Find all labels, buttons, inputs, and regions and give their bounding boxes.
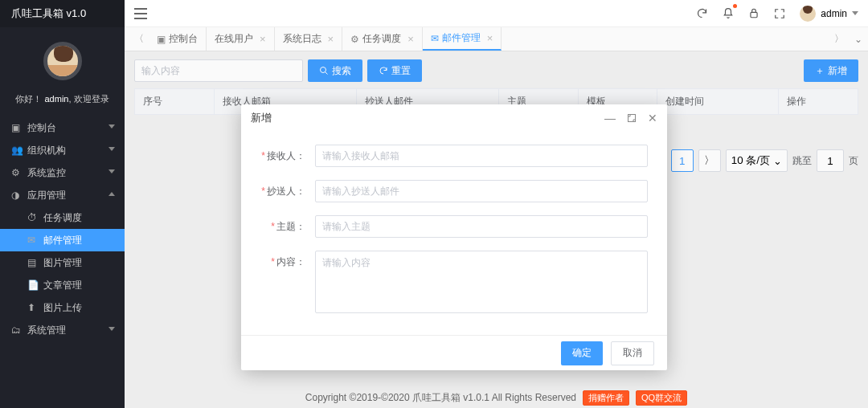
tab-1[interactable]: 在线用户×	[207, 27, 275, 51]
greet-tail: , 欢迎登录	[68, 94, 108, 104]
tab-label: 控制台	[169, 32, 198, 46]
sidebar-item-2[interactable]: ⚙系统监控	[0, 161, 125, 184]
menu-label: 图片管理	[43, 257, 82, 268]
field-input-0[interactable]	[315, 145, 648, 167]
tab-icon: ▣	[157, 34, 166, 45]
app-title: 爪哇工具箱 v1.0	[0, 0, 125, 27]
expand-arrow-icon	[108, 192, 115, 196]
tab-close-icon[interactable]: ×	[260, 33, 266, 45]
form-row-2: *主题：	[260, 215, 648, 238]
svg-rect-0	[751, 12, 757, 17]
header-user[interactable]: admin	[800, 6, 858, 22]
sidebar-item-0[interactable]: ▣控制台	[0, 116, 125, 139]
modal-body: *接收人：*抄送人：*主题：*内容：	[241, 132, 667, 335]
collapse-icon[interactable]	[134, 8, 147, 19]
menu-label: 图片上传	[43, 302, 82, 313]
ok-button[interactable]: 确定	[561, 341, 603, 365]
notification-badge	[733, 4, 737, 8]
sidebar-item-3[interactable]: ◑应用管理	[0, 184, 125, 206]
field-label: *内容：	[260, 251, 305, 269]
footer-tag-qq[interactable]: QQ群交流	[636, 390, 687, 406]
menu-label: 系统监控	[27, 167, 66, 178]
expand-arrow-icon	[108, 327, 115, 331]
tab-3[interactable]: ⚙任务调度×	[342, 27, 423, 51]
menu-icon: 📄	[27, 274, 39, 296]
close-icon[interactable]: ✕	[648, 112, 657, 124]
tab-2[interactable]: 系统日志×	[275, 27, 343, 51]
menu-icon: ▤	[27, 251, 39, 274]
greet-user[interactable]: admin	[44, 94, 68, 104]
expand-arrow-icon	[108, 124, 115, 129]
menu-label: 应用管理	[27, 190, 66, 201]
menu-label: 任务调度	[43, 212, 82, 223]
field-input-1[interactable]	[315, 180, 648, 202]
form-row-3: *内容：	[260, 251, 648, 316]
tab-label: 邮件管理	[442, 31, 481, 45]
tabs-prev[interactable]: 〈	[129, 27, 149, 51]
expand-arrow-icon	[108, 169, 115, 173]
tab-icon: ✉	[431, 33, 439, 44]
bell-icon[interactable]	[723, 7, 734, 19]
menu-icon: ⚙	[11, 161, 23, 184]
sidebar-avatar-wrap	[0, 27, 125, 85]
menu-icon: ⬆	[27, 296, 39, 319]
sidebar-item-7[interactable]: 📄文章管理	[0, 274, 125, 296]
menu-label: 组织机构	[27, 145, 66, 156]
form-row-0: *接收人：	[260, 145, 648, 167]
sidebar-item-6[interactable]: ▤图片管理	[0, 251, 125, 274]
greeting: 你好！ admin, 欢迎登录	[0, 93, 125, 105]
field-label: *抄送人：	[260, 180, 305, 198]
greet-prefix: 你好！	[15, 94, 42, 104]
field-input-3[interactable]	[315, 251, 648, 313]
field-label: *接收人：	[260, 145, 305, 163]
refresh-icon[interactable]	[696, 7, 708, 19]
copyright: Copyright ©2019-©2020 爪哇工具箱 v1.0.1 All R…	[305, 391, 576, 405]
menu-icon: ▣	[11, 116, 23, 139]
sidebar-menu: ▣控制台👥组织机构⚙系统监控◑应用管理⏱任务调度✉邮件管理▤图片管理📄文章管理⬆…	[0, 116, 125, 341]
minimize-icon[interactable]: —	[604, 112, 616, 124]
menu-icon: ✉	[27, 229, 39, 251]
tab-close-icon[interactable]: ×	[407, 33, 414, 45]
tabs-next[interactable]: 〉	[829, 27, 849, 51]
field-input-2[interactable]	[315, 215, 648, 238]
tab-0[interactable]: ▣控制台	[149, 27, 207, 51]
header: admin	[125, 0, 868, 27]
menu-label: 控制台	[27, 122, 56, 133]
footer: Copyright ©2019-©2020 爪哇工具箱 v1.0.1 All R…	[125, 387, 868, 408]
header-username: admin	[821, 8, 847, 19]
field-label: *主题：	[260, 215, 305, 234]
header-avatar	[800, 6, 816, 22]
tab-close-icon[interactable]: ×	[328, 33, 334, 45]
tab-label: 任务调度	[362, 32, 401, 46]
sidebar-item-4[interactable]: ⏱任务调度	[0, 206, 125, 229]
menu-icon: ◑	[11, 184, 23, 206]
cancel-button[interactable]: 取消	[611, 341, 654, 365]
sidebar: 爪哇工具箱 v1.0 你好！ admin, 欢迎登录 ▣控制台👥组织机构⚙系统监…	[0, 0, 125, 408]
modal-footer: 确定 取消	[241, 335, 667, 370]
modal-title: 新增	[251, 111, 593, 125]
tab-label: 在线用户	[215, 32, 253, 46]
tab-label: 系统日志	[283, 32, 321, 46]
expand-arrow-icon	[108, 147, 115, 151]
tab-bar: 〈 ▣控制台在线用户×系统日志×⚙任务调度×✉邮件管理× 〉 ⌄	[125, 27, 868, 51]
tabs-menu[interactable]: ⌄	[849, 27, 868, 51]
menu-icon: 🗂	[11, 319, 23, 341]
sidebar-item-1[interactable]: 👥组织机构	[0, 139, 125, 161]
menu-icon: ⏱	[27, 206, 39, 229]
menu-label: 文章管理	[43, 279, 82, 291]
fullscreen-icon[interactable]	[774, 8, 785, 19]
form-row-1: *抄送人：	[260, 180, 648, 202]
maximize-icon[interactable]	[627, 113, 637, 123]
tab-close-icon[interactable]: ×	[487, 32, 493, 44]
sidebar-item-8[interactable]: ⬆图片上传	[0, 296, 125, 319]
lock-icon[interactable]	[748, 7, 760, 19]
menu-icon: 👥	[11, 139, 23, 161]
sidebar-item-5[interactable]: ✉邮件管理	[0, 229, 125, 251]
footer-tag-donate[interactable]: 捐赠作者	[583, 390, 629, 406]
sidebar-item-9[interactable]: 🗂系统管理	[0, 319, 125, 341]
caret-down-icon	[852, 11, 858, 15]
modal-header: 新增 — ✕	[241, 104, 667, 132]
svg-rect-2	[628, 115, 636, 122]
tab-4[interactable]: ✉邮件管理×	[423, 27, 502, 51]
avatar[interactable]	[43, 42, 82, 80]
